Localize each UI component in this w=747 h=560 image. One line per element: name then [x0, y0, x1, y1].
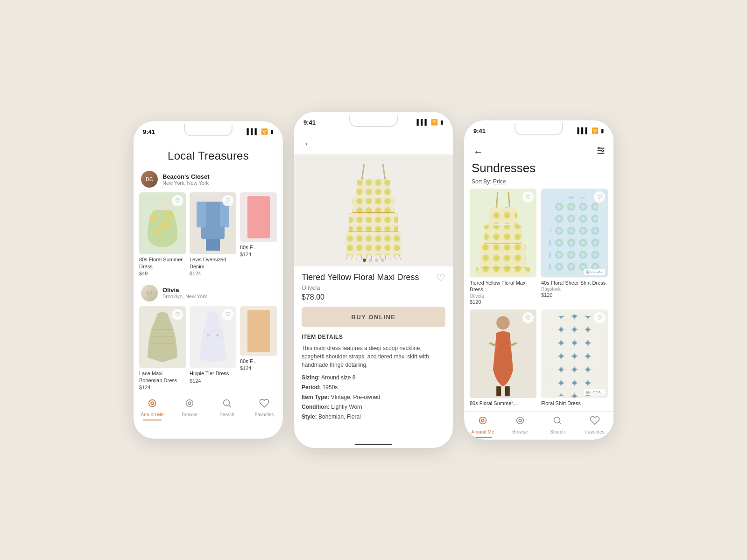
svg-rect-23 — [247, 310, 270, 352]
product-shop-3-1: Olivela — [470, 294, 536, 299]
product-image: ♡ — [139, 306, 186, 368]
product-card[interactable]: ♡ Hippie Tier Dress $124 — [190, 306, 236, 390]
product-card[interactable]: 80s F... $124 — [240, 306, 277, 390]
dot-1 — [363, 259, 366, 262]
seller-1-row[interactable]: BC Beacon's Closet New York, New York — [134, 166, 283, 190]
svg-line-51 — [399, 255, 401, 259]
nav-around-me-1[interactable]: Around Me — [134, 398, 171, 420]
product-price: $124 — [139, 385, 186, 390]
svg-rect-72 — [551, 199, 563, 232]
page-title-3: Sundresses — [472, 161, 606, 175]
signal-icon-3: ▌▌▌ — [577, 127, 589, 134]
product-card-3-3[interactable]: ♡ 80s Floral Summer... — [470, 309, 536, 407]
product-detail-info: Tiered Yellow Floral Maxi Dress Olivela … — [294, 266, 453, 441]
image-dots — [363, 259, 384, 262]
nav-underline-1 — [143, 420, 162, 420]
product-name: 80s F... — [240, 244, 277, 251]
svg-point-24 — [151, 402, 154, 405]
heart-button[interactable]: ♡ — [172, 195, 183, 206]
svg-point-20 — [207, 334, 210, 336]
nav-around-me-label-3: Around Me — [472, 429, 494, 434]
svg-rect-10 — [206, 239, 220, 251]
svg-rect-63 — [484, 225, 521, 244]
svg-point-91 — [519, 419, 521, 422]
nav-search-1[interactable]: Search — [208, 398, 246, 420]
nav-browse-3[interactable]: Browse — [501, 415, 539, 438]
seller-1-avatar: BC — [141, 171, 158, 188]
svg-point-27 — [188, 402, 191, 405]
nav-favorites-label-3: Favorites — [585, 429, 604, 434]
seller-1-info: Beacon's Closet New York, New York — [162, 173, 210, 186]
product-card[interactable]: 80s F... $124 — [240, 192, 277, 276]
back-button-3[interactable]: ← — [472, 145, 485, 159]
product-price: $124 — [190, 378, 236, 384]
product-name: 80s Floral Summer Dress — [139, 256, 186, 270]
sort-value[interactable]: Price — [493, 178, 506, 185]
sort-label: Sort By: — [472, 178, 492, 185]
product-card-3-2[interactable]: ♡ LOCAL 40s Floral Sheer Shirt Dress Rag… — [541, 189, 608, 304]
item-attr-type: Item Type: VIntage, Pre-owned — [302, 393, 445, 401]
nav-favorites-3[interactable]: Favorites — [576, 415, 613, 438]
svg-rect-35 — [352, 196, 395, 213]
heart-button[interactable]: ♡ — [172, 309, 183, 320]
screen2-header: ← — [294, 133, 453, 154]
nav-around-me-label-1: Around Me — [141, 412, 164, 417]
status-bar-2: 9:41 ▌▌▌ 🛜 ▮ — [294, 112, 453, 133]
svg-point-87 — [587, 392, 588, 393]
svg-line-48 — [385, 255, 386, 259]
svg-point-26 — [186, 400, 193, 407]
item-attr-style: Style: Bohemian, Floral — [302, 413, 445, 421]
buy-online-button[interactable]: BUY ONLINE — [302, 307, 445, 327]
product-card[interactable]: ♡ Levis Oversized Denim $124 — [190, 192, 236, 276]
seller-1-name: Beacon's Closet — [162, 173, 210, 180]
seller-2-location: Brooklyn, New York — [162, 294, 207, 299]
heart-button-3-4[interactable]: ♡ — [594, 312, 605, 323]
filter-icon[interactable] — [596, 146, 606, 158]
svg-point-56 — [602, 150, 604, 152]
product-card[interactable]: ♡ Lace Maxi Bohemian Dress $124 — [139, 306, 186, 390]
svg-line-49 — [390, 255, 390, 259]
local-badge-3-4: LOCAL — [584, 389, 605, 395]
dot-4 — [381, 259, 384, 262]
battery-icon: ▮ — [270, 128, 274, 135]
product-card-3-4[interactable]: ♡ LOCAL Floral Shirt Dress — [541, 309, 608, 407]
nav-favorites-1[interactable]: Favorites — [246, 398, 283, 420]
seller-2-avatar-img: Ol — [141, 285, 158, 301]
svg-line-43 — [361, 255, 362, 259]
seller-2-row[interactable]: Ol Olivia Brooklyn, New York — [134, 280, 283, 304]
svg-point-4 — [155, 229, 161, 235]
product-name-3-4: Floral Shirt Dress — [541, 400, 608, 406]
nav-around-me-3[interactable]: Around Me — [464, 415, 501, 438]
product-name: Levis Oversized Denim — [190, 256, 236, 270]
svg-line-50 — [395, 255, 395, 259]
bottom-nav-1: Around Me Browse Search — [134, 394, 283, 422]
seller-2-avatar: Ol — [141, 285, 158, 301]
heart-button-3-3[interactable]: ♡ — [522, 312, 534, 323]
back-button[interactable]: ← — [302, 136, 315, 151]
item-attr-period: Period: 1950s — [302, 384, 445, 392]
favorites-icon-3 — [590, 415, 600, 428]
product-card[interactable]: ♡ 80s Floral Summer Dress $49 — [139, 192, 186, 276]
screen-2-content: ← — [294, 133, 453, 448]
browse-icon-3 — [515, 415, 525, 428]
product-detail-shop: Olivela — [302, 284, 419, 291]
wishlist-button[interactable]: ♡ — [436, 272, 445, 284]
status-time-2: 9:41 — [303, 119, 316, 126]
product-image — [240, 306, 277, 356]
product-card-3-1[interactable]: ♡ Tiered Yellow Floral Maxi Dress Olivel… — [470, 189, 536, 304]
products-grid-3: ♡ Tiered Yellow Floral Maxi Dress Olivel… — [464, 189, 613, 411]
item-description: This maxi dress features a deep scoop ne… — [302, 344, 445, 369]
heart-button[interactable]: ♡ — [222, 195, 233, 206]
svg-rect-12 — [247, 196, 270, 238]
nav-search-3[interactable]: Search — [539, 415, 576, 438]
svg-rect-81 — [505, 386, 510, 396]
nav-browse-1[interactable]: Browse — [171, 398, 208, 420]
svg-rect-80 — [496, 386, 501, 396]
product-image — [240, 192, 277, 242]
svg-rect-37 — [349, 213, 398, 231]
bottom-nav-3: Around Me Browse Search — [464, 411, 613, 440]
screen3-header: ← — [464, 141, 613, 161]
product-price: $124 — [190, 271, 236, 276]
heart-button[interactable]: ♡ — [222, 309, 233, 320]
svg-point-5 — [165, 211, 174, 220]
